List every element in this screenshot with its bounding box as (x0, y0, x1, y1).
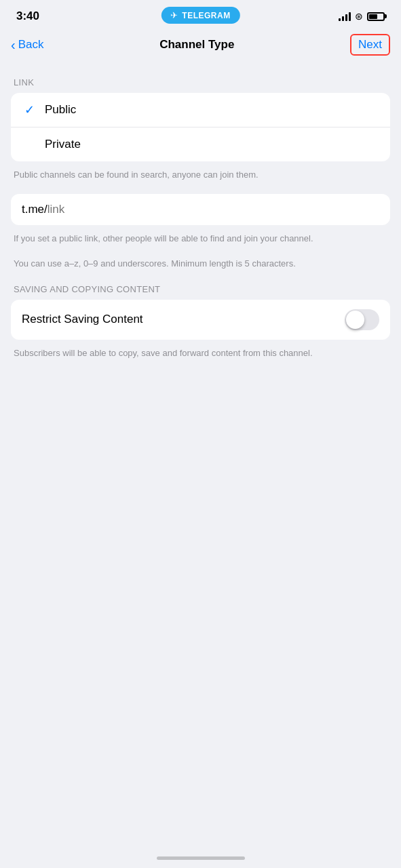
nav-bar: ‹ Back Channel Type Next (0, 28, 401, 64)
main-content: LINK ✓ Public ✓ Private Public channels … (0, 64, 401, 359)
home-indicator (157, 856, 245, 860)
toggle-knob (346, 311, 364, 329)
back-chevron-icon: ‹ (11, 38, 16, 52)
link-hint-1: If you set a public link, other people w… (11, 232, 390, 245)
private-option[interactable]: ✓ Private (11, 127, 390, 161)
back-button[interactable]: ‹ Back (11, 38, 43, 52)
public-checkmark-icon: ✓ (22, 102, 37, 117)
restrict-saving-card: Restrict Saving Content (11, 300, 390, 340)
telegram-pill: ✈ TELEGRAM (161, 7, 240, 24)
link-prefix: t.me/ (22, 203, 47, 216)
restrict-saving-label: Restrict Saving Content (22, 313, 143, 326)
saving-description: Subscribers will be able to copy, save a… (11, 347, 390, 360)
telegram-icon: ✈ (170, 10, 178, 20)
link-section-label: LINK (11, 77, 390, 87)
status-bar: 3:40 ✈ TELEGRAM ⊛ (0, 0, 401, 28)
battery-icon (367, 12, 385, 21)
public-option[interactable]: ✓ Public (11, 93, 390, 127)
public-label: Public (45, 103, 76, 117)
signal-icon (339, 12, 351, 21)
saving-section: SAVING AND COPYING CONTENT Restrict Savi… (11, 284, 390, 360)
back-label: Back (18, 38, 44, 52)
telegram-label: TELEGRAM (182, 11, 230, 20)
status-time: 3:40 (16, 9, 39, 23)
wifi-icon: ⊛ (355, 11, 363, 22)
link-input-card[interactable]: t.me/ (11, 194, 390, 225)
page-title: Channel Type (159, 38, 234, 52)
status-right-icons: ⊛ (339, 11, 385, 22)
next-button[interactable]: Next (350, 34, 390, 56)
private-label: Private (45, 138, 81, 151)
link-hint-2: You can use a–z, 0–9 and underscores. Mi… (11, 257, 390, 271)
saving-section-label: SAVING AND COPYING CONTENT (11, 284, 390, 294)
public-description: Public channels can be found in search, … (11, 168, 390, 182)
restrict-saving-toggle[interactable] (345, 309, 379, 330)
channel-type-card: ✓ Public ✓ Private (11, 93, 390, 161)
link-input[interactable] (47, 203, 379, 216)
